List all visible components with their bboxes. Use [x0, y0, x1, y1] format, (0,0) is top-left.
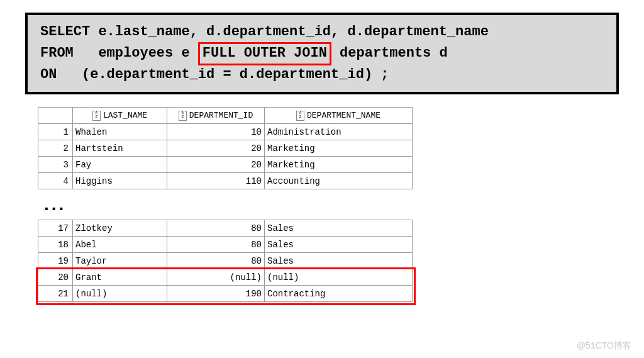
table-row: 4Higgins110Accounting [38, 173, 413, 189]
row-number: 17 [38, 220, 73, 237]
cell-deptid: 80 [167, 237, 265, 253]
sort-icon [179, 111, 187, 121]
cell-deptname: Sales [265, 220, 413, 237]
sql-highlight-join: FULL OUTER JOIN [198, 42, 331, 65]
cell-deptid: 110 [167, 173, 265, 189]
cell-lastname: Whalen [73, 124, 167, 140]
cell-deptname: Contracting [265, 286, 413, 302]
sort-icon [92, 111, 101, 121]
table-row: 21(null)190Contracting [38, 286, 413, 302]
header-deptid: DEPARTMENT_ID [167, 108, 265, 124]
cell-lastname: (null) [73, 286, 167, 302]
cell-deptname: Administration [265, 124, 413, 140]
header-deptname: DEPARTMENT_NAME [265, 108, 413, 124]
sql-query-box: SELECT e.last_name, d.department_id, d.d… [25, 13, 619, 94]
cell-lastname: Grant [73, 269, 167, 286]
row-number: 19 [38, 253, 73, 269]
row-number: 18 [38, 237, 73, 253]
sql-line-2: FROM employees e FULL OUTER JOIN departm… [40, 42, 604, 65]
row-number: 4 [38, 173, 73, 189]
cell-deptname: Marketing [265, 157, 413, 173]
cell-deptid: 20 [167, 140, 265, 157]
table-row: 2Hartstein20Marketing [38, 140, 413, 157]
table-row: 3Fay20Marketing [38, 157, 413, 173]
cell-deptid: 80 [167, 253, 265, 269]
cell-deptid: 10 [167, 124, 265, 140]
header-lastname: LAST_NAME [73, 108, 167, 124]
cell-deptid: 190 [167, 286, 265, 302]
row-number: 20 [38, 269, 73, 286]
row-number: 2 [38, 140, 73, 157]
sql-line-3: ON (e.department_id = d.department_id) ; [40, 65, 604, 85]
sort-icon [296, 111, 304, 121]
table-row: 20Grant(null)(null) [38, 269, 413, 286]
header-rownum [38, 108, 73, 124]
cell-deptname: Sales [265, 237, 413, 253]
table-row: 17Zlotkey80Sales [38, 220, 413, 237]
table-row: 19Taylor80Sales [38, 253, 413, 269]
result-table-2: 17Zlotkey80Sales18Abel80Sales19Taylor80S… [38, 220, 413, 302]
cell-lastname: Higgins [73, 173, 167, 189]
result-table-1: LAST_NAME DEPARTMENT_ID DEPARTMENT_NAME … [38, 107, 413, 189]
table-row: 18Abel80Sales [38, 237, 413, 253]
row-number: 21 [38, 286, 73, 302]
cell-lastname: Hartstein [73, 140, 167, 157]
cell-deptname: Marketing [265, 140, 413, 157]
cell-lastname: Fay [73, 157, 167, 173]
cell-deptid: (null) [167, 269, 265, 286]
sql-line-1: SELECT e.last_name, d.department_id, d.d… [40, 23, 604, 42]
cell-deptid: 20 [167, 157, 265, 173]
row-number: 3 [38, 157, 73, 173]
cell-lastname: Taylor [73, 253, 167, 269]
table-row: 1Whalen10Administration [38, 124, 413, 140]
cell-lastname: Zlotkey [73, 220, 167, 237]
cell-deptname: Sales [265, 253, 413, 269]
cell-deptid: 80 [167, 220, 265, 237]
cell-lastname: Abel [73, 237, 167, 253]
cell-deptname: (null) [265, 269, 413, 286]
ellipsis: ... [44, 194, 631, 215]
table-header-row: LAST_NAME DEPARTMENT_ID DEPARTMENT_NAME [38, 108, 413, 124]
cell-deptname: Accounting [265, 173, 413, 189]
row-number: 1 [38, 124, 73, 140]
